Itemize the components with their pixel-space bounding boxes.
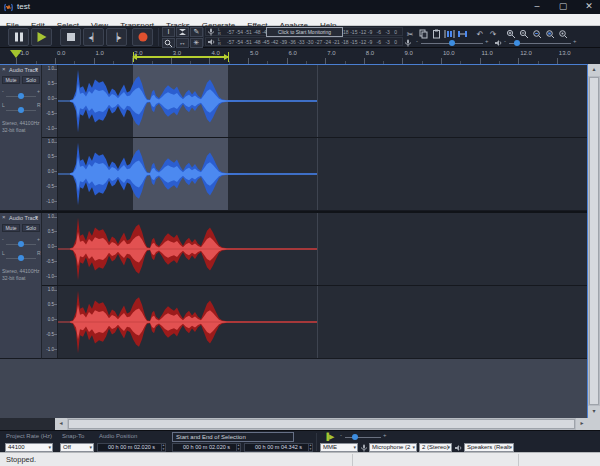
gain-slider-thumb[interactable] <box>18 93 24 99</box>
vertical-scale-ruler: 1.00.50.0-0.5-1.0 <box>42 138 58 210</box>
pan-left-label: L <box>2 250 5 256</box>
play-position-marker[interactable] <box>10 50 22 58</box>
time-shift-tool-button[interactable]: ↔ <box>176 38 189 48</box>
selection-start-field[interactable]: 00 h 00 m 02.020 s▲▼ <box>172 443 241 452</box>
audio-track-2: × Audio Track ▼ Mute Solo - + L R Stereo… <box>0 213 587 359</box>
track-menu-caret-icon[interactable]: ▼ <box>34 66 39 72</box>
recording-device-select[interactable]: Microphone (2▾ <box>369 443 417 452</box>
spinner-icon[interactable]: ▲▼ <box>161 444 165 451</box>
horizontal-scrollbar-thumb[interactable] <box>68 419 575 429</box>
fit-project-button[interactable] <box>544 29 556 41</box>
multi-tool-button[interactable]: ✳ <box>190 38 203 48</box>
trim-audio-button[interactable] <box>443 29 455 41</box>
pan-slider[interactable] <box>6 258 36 259</box>
timeline-ruler[interactable]: -1.00.01.02.03.04.05.06.07.08.09.010.011… <box>0 48 600 64</box>
envelope-tool-button[interactable] <box>176 27 189 37</box>
clip-end-line <box>317 286 318 358</box>
title-bar: test – ▢ ✕ <box>0 0 600 14</box>
chevron-down-icon: ▾ <box>412 444 415 451</box>
selection-tool-button[interactable]: I <box>162 27 175 37</box>
horizontal-scrollbar[interactable]: ◂ ▸ <box>55 418 588 430</box>
spinner-icon[interactable]: ▲▼ <box>236 444 240 451</box>
copy-button[interactable] <box>417 29 429 41</box>
solo-button[interactable]: Solo <box>22 76 40 84</box>
pan-slider-thumb[interactable] <box>18 255 24 261</box>
maximize-button[interactable]: ▢ <box>554 0 572 14</box>
gain-slider[interactable] <box>6 96 36 97</box>
scroll-down-icon[interactable]: ▾ <box>588 406 600 418</box>
play-speed-slider[interactable] <box>345 437 381 438</box>
mute-button[interactable]: Mute <box>2 224 20 232</box>
copy-icon <box>419 29 428 39</box>
meter-scale-label: 0 <box>394 39 397 45</box>
minus-label: - <box>340 432 342 438</box>
pan-slider[interactable] <box>6 110 36 111</box>
solo-button[interactable]: Solo <box>22 224 40 232</box>
play-speed-thumb[interactable] <box>352 434 358 440</box>
track-menu-caret-icon[interactable]: ▼ <box>34 214 39 220</box>
playback-meter[interactable]: LR -57-54-51-48-45-42-39-36-33-30-27-24-… <box>205 37 403 46</box>
amplitude-scale-tick <box>54 186 57 187</box>
waveform-channel-right[interactable] <box>58 286 587 358</box>
mute-button[interactable]: Mute <box>2 76 20 84</box>
chevron-down-icon: ▾ <box>509 444 512 451</box>
fit-selection-button[interactable] <box>531 29 543 41</box>
amplitude-scale-tick <box>54 231 57 232</box>
vertical-scrollbar-thumb[interactable] <box>589 77 599 405</box>
vertical-scale-ruler: 1.00.50.0-0.5-1.0 <box>42 286 58 358</box>
project-rate-select[interactable]: 44100▾ <box>5 443 53 452</box>
zoom-out-button[interactable] <box>518 29 530 41</box>
recording-volume-thumb[interactable] <box>449 40 455 46</box>
monitor-tooltip[interactable]: Click to Start Monitoring <box>266 27 343 37</box>
minimize-button[interactable]: – <box>528 0 546 14</box>
meter-scale-label: -9 <box>368 29 372 35</box>
project-rate-label: Project Rate (Hz) <box>6 433 52 439</box>
scroll-up-icon[interactable]: ▴ <box>588 64 600 76</box>
track-format-info: Stereo, 44100Hz <box>2 120 40 126</box>
pan-slider-thumb[interactable] <box>18 107 24 113</box>
track-bitdepth-info: 32-bit float <box>2 275 25 281</box>
selection-mode-dropdown[interactable]: Start and End of Selection <box>172 432 294 442</box>
waveform-channel-right[interactable] <box>58 138 587 210</box>
skip-to-end-button[interactable]: ▕▸ <box>106 28 127 46</box>
waveform-channel-left[interactable] <box>58 213 587 285</box>
playback-device-select[interactable]: Speakers (Realt▾ <box>464 443 514 452</box>
play-at-speed-icon[interactable]: ▐▶ <box>324 433 334 441</box>
snap-to-select[interactable]: Off▾ <box>60 443 94 452</box>
selection-end-field[interactable]: 00 h 00 m 04.342 s▲▼ <box>244 443 313 452</box>
paste-button[interactable] <box>430 29 442 41</box>
audio-position-field[interactable]: 00 h 00 m 02.020 s▲▼ <box>97 443 166 452</box>
playback-volume-thumb[interactable] <box>514 40 520 46</box>
scroll-right-icon[interactable]: ▸ <box>576 418 588 430</box>
waveform-channel-left[interactable] <box>58 65 587 137</box>
stop-button[interactable] <box>60 28 81 46</box>
skip-to-start-button[interactable]: ◂▏ <box>83 28 104 46</box>
play-button[interactable] <box>31 28 52 46</box>
zoom-toggle-button[interactable] <box>557 29 569 41</box>
pan-right-label: R <box>37 250 41 256</box>
recording-meter[interactable]: LR Click to Start Monitoring -57-54-51-4… <box>205 27 403 36</box>
selection-range-arrow[interactable] <box>133 56 228 58</box>
gain-slider[interactable] <box>6 244 36 245</box>
scissors-icon: ✂ <box>407 30 414 39</box>
audio-host-select[interactable]: MME▾ <box>320 443 358 452</box>
track-close-icon[interactable]: × <box>2 214 6 220</box>
track-control-panel[interactable]: × Audio Track ▼ Mute Solo - + L R Stereo… <box>0 213 42 359</box>
track-close-icon[interactable]: × <box>2 66 6 72</box>
zoom-tool-button[interactable] <box>162 38 175 48</box>
spinner-icon[interactable]: ▲▼ <box>308 444 312 451</box>
amplitude-scale-tick <box>54 290 57 291</box>
track-control-panel[interactable]: × Audio Track ▼ Mute Solo - + L R Stereo… <box>0 65 42 211</box>
toolbar-separator <box>316 433 317 451</box>
close-button[interactable]: ✕ <box>580 0 598 14</box>
audacity-app-icon <box>4 3 13 12</box>
recording-channels-select[interactable]: 2 (Stereo)▾ <box>419 443 452 452</box>
draw-tool-button[interactable]: ✎ <box>190 27 203 37</box>
record-button[interactable] <box>132 28 153 46</box>
redo-icon: ↷ <box>490 30 497 39</box>
silence-audio-button[interactable] <box>456 29 468 41</box>
vertical-scrollbar[interactable]: ▴ ▾ <box>588 64 600 418</box>
scroll-left-icon[interactable]: ◂ <box>55 418 67 430</box>
pause-button[interactable] <box>8 28 29 46</box>
gain-slider-thumb[interactable] <box>18 241 24 247</box>
